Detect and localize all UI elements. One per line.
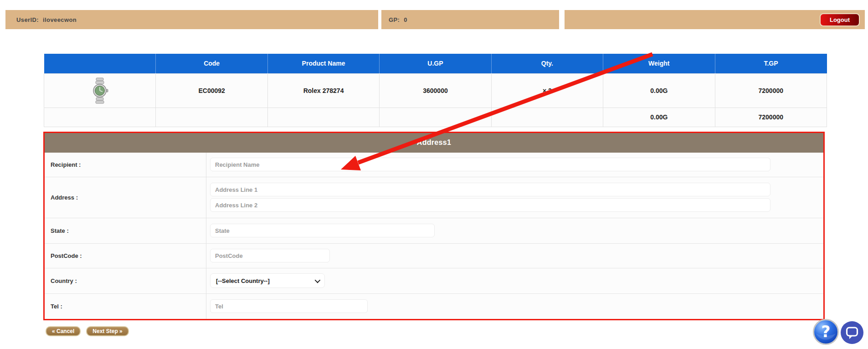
- product-code: EC00092: [156, 73, 267, 108]
- cart-product-table: Code Product Name U.GP Qty. Weight T.GP: [44, 54, 827, 127]
- recipient-row: Recipient :: [45, 153, 823, 177]
- tel-row: Tel :: [45, 294, 823, 319]
- gp-value: 0: [404, 16, 407, 23]
- product-ugp: 3600000: [380, 73, 491, 108]
- tel-label: Tel :: [45, 294, 206, 319]
- state-input-cell: [206, 218, 823, 243]
- country-row: Country : [--Select Country--]: [45, 268, 823, 294]
- totals-empty-cell: [44, 108, 156, 127]
- table-header-row: Code Product Name U.GP Qty. Weight T.GP: [44, 54, 827, 73]
- product-qty: × 2: [491, 73, 603, 108]
- totals-empty-cell: [380, 108, 491, 127]
- country-input-cell: [--Select Country--]: [206, 268, 823, 293]
- gp-label: GP:: [389, 16, 400, 23]
- postcode-row: PostCode :: [45, 244, 823, 268]
- totals-row: 0.00G 7200000: [44, 108, 827, 127]
- help-widget[interactable]: ?: [812, 318, 839, 347]
- address-line1-input[interactable]: [210, 183, 770, 196]
- state-row: State :: [45, 218, 823, 244]
- totals-empty-cell: [267, 108, 379, 127]
- recipient-input[interactable]: [210, 158, 770, 171]
- next-step-button[interactable]: Next Step »: [86, 326, 128, 336]
- cancel-button[interactable]: « Cancel: [46, 326, 81, 336]
- topbar-right-section: Logout: [565, 10, 865, 29]
- recipient-input-cell: [206, 153, 823, 177]
- col-product-name: Product Name: [267, 54, 379, 73]
- address-section-red-box-annotation: Address1 Recipient : Address : State : P…: [43, 132, 825, 320]
- product-image-cell: [44, 73, 156, 108]
- logout-button[interactable]: Logout: [820, 13, 860, 26]
- address-input-cell: [206, 177, 823, 218]
- state-input[interactable]: [210, 224, 435, 237]
- userid-value: iloveecwon: [43, 16, 77, 23]
- userid-label: UserID:: [16, 16, 39, 23]
- userid-section: UserID: iloveecwon: [5, 10, 378, 29]
- col-code: Code: [156, 54, 267, 73]
- help-question-icon: ?: [812, 318, 839, 345]
- gp-section: GP: 0: [381, 10, 559, 29]
- chevron-down-icon: [315, 277, 321, 283]
- country-selected-value: [--Select Country--]: [216, 277, 270, 284]
- postcode-input-cell: [206, 244, 823, 268]
- col-tgp: T.GP: [715, 54, 827, 73]
- recipient-label: Recipient :: [45, 153, 206, 177]
- totals-empty-cell: [491, 108, 603, 127]
- help-glyph: ?: [821, 323, 830, 341]
- state-label: State :: [45, 218, 206, 243]
- tel-input[interactable]: [210, 299, 368, 313]
- totals-empty-cell: [156, 108, 267, 127]
- col-image: [44, 54, 156, 73]
- country-label: Country :: [45, 268, 206, 293]
- country-select[interactable]: [--Select Country--]: [210, 273, 325, 288]
- top-bar: UserID: iloveecwon GP: 0 Logout: [5, 10, 865, 29]
- address-line2-input[interactable]: [210, 198, 770, 212]
- table-row: EC00092 Rolex 278274 3600000 × 2 0.00G 7…: [44, 73, 827, 108]
- col-weight: Weight: [603, 54, 715, 73]
- product-weight: 0.00G: [603, 73, 715, 108]
- totals-weight: 0.00G: [603, 108, 715, 127]
- tel-input-cell: [206, 294, 823, 319]
- product-name: Rolex 278274: [267, 73, 379, 108]
- chat-bubble-icon: [840, 321, 864, 344]
- watch-product-image: [89, 77, 110, 104]
- postcode-label: PostCode :: [45, 244, 206, 268]
- address-section-title: Address1: [45, 133, 823, 153]
- chat-widget[interactable]: [840, 321, 864, 346]
- address-label: Address :: [45, 177, 206, 218]
- address-row: Address :: [45, 177, 823, 218]
- col-ugp: U.GP: [380, 54, 491, 73]
- form-actions: « Cancel Next Step »: [46, 326, 868, 336]
- col-qty: Qty.: [491, 54, 603, 73]
- product-tgp: 7200000: [715, 73, 827, 108]
- totals-tgp: 7200000: [715, 108, 827, 127]
- postcode-input[interactable]: [210, 249, 330, 262]
